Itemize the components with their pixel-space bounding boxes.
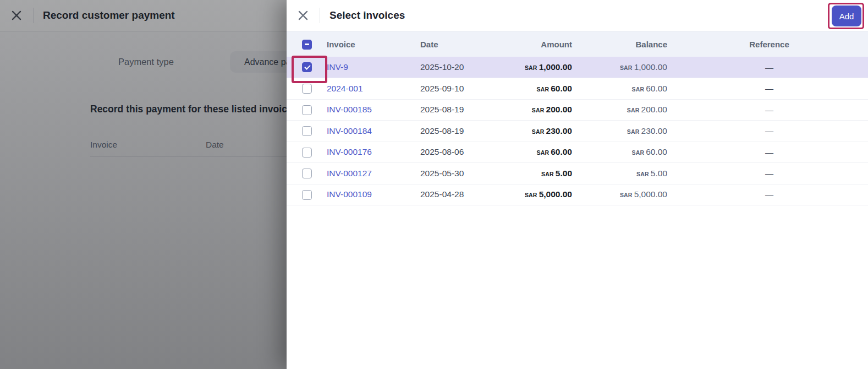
- row-checkbox[interactable]: [302, 105, 312, 115]
- row-checkbox[interactable]: [302, 84, 312, 94]
- row-checkbox[interactable]: [302, 169, 312, 178]
- select-invoices-header: Select invoices Add: [287, 0, 868, 31]
- column-header-reference: Reference: [671, 31, 868, 57]
- select-invoices-drawer: Select invoices Add Invoice Date Amount …: [287, 0, 868, 369]
- column-header-amount: Amount: [507, 31, 575, 57]
- invoice-balance: SAR60.00: [575, 142, 671, 163]
- invoice-balance: SAR5.00: [575, 163, 671, 184]
- close-icon[interactable]: [296, 8, 310, 23]
- invoice-link[interactable]: 2024-001: [327, 84, 363, 93]
- invoice-row[interactable]: INV-0001092025-04-28SAR5,000.00SAR5,000.…: [287, 184, 868, 205]
- invoice-date: 2025-08-19: [410, 99, 507, 121]
- row-checkbox[interactable]: [302, 190, 312, 200]
- invoice-date: 2025-04-28: [410, 184, 507, 205]
- invoice-amount: SAR1,000.00: [507, 57, 575, 78]
- invoice-amount: SAR200.00: [507, 99, 575, 121]
- invoice-reference: —: [671, 78, 868, 100]
- invoice-date: 2025-05-30: [410, 163, 507, 184]
- invoice-reference: —: [671, 121, 868, 142]
- invoice-link[interactable]: INV-000109: [327, 189, 372, 199]
- invoice-date: 2025-08-06: [410, 142, 507, 163]
- header-divider: [320, 8, 320, 23]
- invoice-amount: SAR60.00: [507, 78, 575, 100]
- invoice-date: 2025-10-20: [410, 57, 507, 78]
- invoice-link[interactable]: INV-000176: [327, 147, 372, 156]
- invoice-amount: SAR60.00: [507, 142, 575, 163]
- invoice-reference: —: [671, 99, 868, 121]
- invoice-amount: SAR5.00: [507, 163, 575, 184]
- invoice-link[interactable]: INV-9: [327, 62, 348, 72]
- invoice-row[interactable]: 2024-0012025-09-10SAR60.00SAR60.00—: [287, 78, 868, 100]
- invoice-date: 2025-09-10: [410, 78, 507, 100]
- invoice-row[interactable]: INV-0001852025-08-19SAR200.00SAR200.00—: [287, 99, 868, 121]
- invoice-reference: —: [671, 142, 868, 163]
- invoice-reference: —: [671, 163, 868, 184]
- invoice-row[interactable]: INV-92025-10-20SAR1,000.00SAR1,000.00—: [287, 57, 868, 78]
- invoice-reference: —: [671, 57, 868, 78]
- invoice-balance: SAR1,000.00: [575, 57, 671, 78]
- invoice-link[interactable]: INV-000127: [327, 169, 372, 178]
- invoice-table: Invoice Date Amount Balance Reference IN…: [287, 31, 868, 205]
- invoice-balance: SAR5,000.00: [575, 184, 671, 205]
- invoice-table-body: INV-92025-10-20SAR1,000.00SAR1,000.00—20…: [287, 57, 868, 205]
- invoice-link[interactable]: INV-000185: [327, 105, 372, 114]
- invoice-balance: SAR60.00: [575, 78, 671, 100]
- invoice-balance: SAR200.00: [575, 99, 671, 121]
- invoice-link[interactable]: INV-000184: [327, 126, 372, 135]
- row-checkbox[interactable]: [302, 126, 312, 136]
- invoice-reference: —: [671, 184, 868, 205]
- invoice-amount: SAR5,000.00: [507, 184, 575, 205]
- invoice-date: 2025-08-19: [410, 121, 507, 142]
- drawer-title: Select invoices: [329, 9, 405, 21]
- select-all-checkbox[interactable]: [302, 40, 312, 50]
- column-header-date: Date: [410, 31, 507, 57]
- row-checkbox[interactable]: [302, 148, 312, 158]
- invoice-row[interactable]: INV-0001762025-08-06SAR60.00SAR60.00—: [287, 142, 868, 163]
- invoice-row[interactable]: INV-0001842025-08-19SAR230.00SAR230.00—: [287, 121, 868, 142]
- invoice-balance: SAR230.00: [575, 121, 671, 142]
- invoice-amount: SAR230.00: [507, 121, 575, 142]
- column-header-balance: Balance: [575, 31, 671, 57]
- invoice-row[interactable]: INV-0001272025-05-30SAR5.00SAR5.00—: [287, 163, 868, 184]
- screen: Record customer payment Payment type Adv…: [0, 0, 868, 369]
- column-header-invoice: Invoice: [320, 31, 410, 57]
- close-icon: [296, 8, 310, 23]
- add-button[interactable]: Add: [832, 6, 861, 26]
- table-header-row: Invoice Date Amount Balance Reference: [287, 31, 868, 57]
- row-checkbox[interactable]: [302, 62, 312, 72]
